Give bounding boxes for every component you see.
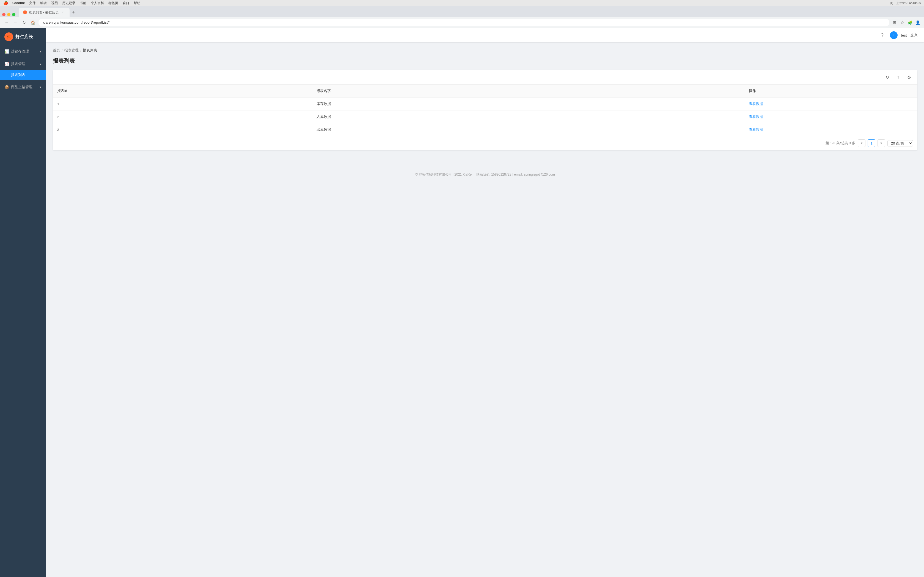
inventory-arrow-icon: ▼ bbox=[39, 50, 42, 53]
cell-action-3: 查看数据 bbox=[745, 123, 918, 136]
table-body: 1 库存数据 查看数据 2 入库数据 查看数据 bbox=[53, 98, 918, 136]
reports-icon: 📈 bbox=[5, 62, 9, 66]
sidebar-item-report-list-label: 报表列表 bbox=[11, 73, 25, 77]
profile-menu[interactable]: 个人资料 bbox=[91, 1, 104, 5]
table-toolbar: ↻ T ⚙ bbox=[53, 70, 918, 85]
cell-action-1: 查看数据 bbox=[745, 98, 918, 110]
per-page-select[interactable]: 20 条/页50 条/页100 条/页 bbox=[887, 140, 913, 147]
extensions-icon[interactable]: 🧩 bbox=[907, 19, 913, 26]
cell-name-1: 库存数据 bbox=[312, 98, 745, 110]
data-table: 报表id 报表名字 操作 1 库存数据 查看数据 bbox=[53, 85, 918, 136]
history-menu[interactable]: 历史记录 bbox=[62, 1, 75, 5]
footer: © 浮桥信息科技有限公司 | 2021 XiaRen | 联系我们: 15890… bbox=[46, 167, 924, 182]
home-button[interactable]: 🏠 bbox=[30, 19, 36, 26]
edit-menu[interactable]: 编辑 bbox=[40, 1, 47, 5]
refresh-button[interactable]: ↻ bbox=[883, 73, 891, 81]
logo-icon: 🦐 bbox=[5, 32, 13, 41]
table-card: ↻ T ⚙ 报表id 报表名字 操作 1 bbox=[53, 70, 918, 150]
chrome-menu[interactable]: Chrome bbox=[12, 1, 25, 5]
breadcrumb-current: 报表列表 bbox=[83, 48, 97, 53]
col-header-id: 报表id bbox=[53, 85, 312, 98]
avatar-text: T bbox=[893, 33, 895, 37]
sidebar-item-inventory-label: 进销存管理 bbox=[11, 49, 29, 54]
view-menu[interactable]: 视图 bbox=[51, 1, 58, 5]
breadcrumb: 首页 / 报表管理 / 报表列表 bbox=[53, 48, 918, 53]
page-title: 报表列表 bbox=[53, 57, 918, 64]
close-window-button[interactable] bbox=[2, 13, 5, 16]
products-icon: 📦 bbox=[5, 85, 9, 89]
file-menu[interactable]: 文件 bbox=[29, 1, 36, 5]
tab-close-button[interactable]: × bbox=[61, 10, 65, 15]
view-data-link-2[interactable]: 查看数据 bbox=[749, 114, 763, 119]
next-page-button[interactable]: > bbox=[877, 139, 885, 147]
cell-name-2: 入库数据 bbox=[312, 110, 745, 123]
new-tab-button[interactable]: + bbox=[69, 8, 77, 16]
cell-id-2: 2 bbox=[53, 110, 312, 123]
language-switch-button[interactable]: 文A bbox=[910, 32, 918, 38]
sidebar-item-report-list[interactable]: 报表列表 bbox=[0, 70, 46, 80]
prev-page-button[interactable]: < bbox=[858, 139, 866, 147]
traffic-lights bbox=[2, 13, 15, 16]
logo-text: 虾仁店长 bbox=[15, 34, 33, 40]
chrome-address-bar: ← → ↻ 🏠 ⊞ ☆ 🧩 👤 bbox=[0, 17, 924, 28]
sidebar-item-reports[interactable]: 📈 报表管理 ▲ bbox=[0, 58, 46, 70]
app-layout: 🦐 虾仁店长 📊 进销存管理 ▼ 📈 报表管理 ▲ 报表列表 bbox=[0, 28, 924, 577]
view-data-link-3[interactable]: 查看数据 bbox=[749, 127, 763, 132]
profile-icon[interactable]: 👤 bbox=[915, 19, 921, 26]
columns-button[interactable]: T bbox=[894, 73, 902, 81]
fullscreen-window-button[interactable] bbox=[12, 13, 15, 16]
table-row: 1 库存数据 查看数据 bbox=[53, 98, 918, 110]
cell-action-2: 查看数据 bbox=[745, 110, 918, 123]
mac-status-bar: 周一上午9:56 no13bus bbox=[890, 1, 921, 5]
sidebar-logo: 🦐 虾仁店长 bbox=[0, 28, 46, 46]
user-avatar: T bbox=[890, 31, 898, 39]
forward-button[interactable]: → bbox=[12, 19, 19, 26]
sidebar: 🦐 虾仁店长 📊 进销存管理 ▼ 📈 报表管理 ▲ 报表列表 bbox=[0, 28, 46, 577]
table-row: 3 出库数据 查看数据 bbox=[53, 123, 918, 136]
reports-arrow-icon: ▲ bbox=[39, 63, 42, 66]
breadcrumb-sep-1: / bbox=[61, 48, 63, 53]
main-content: ? T test 文A 首页 / 报表管理 / 报表列表 报表列表 bbox=[46, 28, 924, 577]
pagination: 第 1-3 条/总共 3 条 < 1 > 20 条/页50 条/页100 条/页 bbox=[53, 136, 918, 150]
window-menu[interactable]: 窗口 bbox=[123, 1, 129, 5]
chrome-tab-bar: 报表列表 - 虾仁店长 × + bbox=[0, 6, 924, 17]
breadcrumb-home[interactable]: 首页 bbox=[53, 48, 60, 53]
pagination-summary: 第 1-3 条/总共 3 条 bbox=[825, 141, 856, 146]
breadcrumb-sep-2: / bbox=[80, 48, 81, 53]
sidebar-item-reports-label: 报表管理 bbox=[11, 61, 25, 66]
breadcrumb-report-management[interactable]: 报表管理 bbox=[65, 48, 79, 53]
cell-id-3: 3 bbox=[53, 123, 312, 136]
address-input[interactable] bbox=[39, 19, 889, 26]
menu-section-reports: 📈 报表管理 ▲ 报表列表 bbox=[0, 58, 46, 80]
chrome-toolbar-icons: ⊞ ☆ 🧩 👤 bbox=[892, 19, 921, 26]
settings-button[interactable]: ⚙ bbox=[905, 73, 913, 81]
tab-title: 报表列表 - 虾仁店长 bbox=[29, 10, 58, 15]
apple-menu[interactable]: 🍎 bbox=[3, 1, 8, 5]
mac-os-bar: 🍎 Chrome 文件 编辑 视图 历史记录 书签 个人资料 标签页 窗口 帮助… bbox=[0, 0, 924, 6]
tabs-menu[interactable]: 标签页 bbox=[108, 1, 118, 5]
sidebar-item-products-label: 商品上架管理 bbox=[11, 85, 32, 90]
content-area: 首页 / 报表管理 / 报表列表 报表列表 ↻ T ⚙ bbox=[46, 42, 924, 156]
sidebar-item-inventory[interactable]: 📊 进销存管理 ▼ bbox=[0, 46, 46, 57]
reload-button[interactable]: ↻ bbox=[21, 19, 27, 26]
username-label: test bbox=[901, 33, 907, 37]
col-header-name: 报表名字 bbox=[312, 85, 745, 98]
table-header-row: 报表id 报表名字 操作 bbox=[53, 85, 918, 98]
star-icon[interactable]: ☆ bbox=[899, 19, 905, 26]
bookmarks-menu[interactable]: 书签 bbox=[80, 1, 86, 5]
inventory-icon: 📊 bbox=[5, 49, 9, 53]
tab-favicon-icon bbox=[23, 10, 27, 14]
browser-tab-active[interactable]: 报表列表 - 虾仁店长 × bbox=[19, 8, 69, 17]
table-row: 2 入库数据 查看数据 bbox=[53, 110, 918, 123]
view-data-link-1[interactable]: 查看数据 bbox=[749, 102, 763, 106]
cell-id-1: 1 bbox=[53, 98, 312, 110]
back-button[interactable]: ← bbox=[3, 19, 10, 26]
help-menu[interactable]: 帮助 bbox=[134, 1, 140, 5]
help-button[interactable]: ? bbox=[878, 31, 887, 40]
grid-icon[interactable]: ⊞ bbox=[892, 19, 898, 26]
cell-name-3: 出库数据 bbox=[312, 123, 745, 136]
footer-text: © 浮桥信息科技有限公司 | 2021 XiaRen | 联系我们: 15890… bbox=[415, 172, 555, 176]
menu-section-inventory: 📊 进销存管理 ▼ bbox=[0, 46, 46, 57]
minimize-window-button[interactable] bbox=[7, 13, 10, 16]
sidebar-item-products[interactable]: 📦 商品上架管理 ▼ bbox=[0, 81, 46, 93]
